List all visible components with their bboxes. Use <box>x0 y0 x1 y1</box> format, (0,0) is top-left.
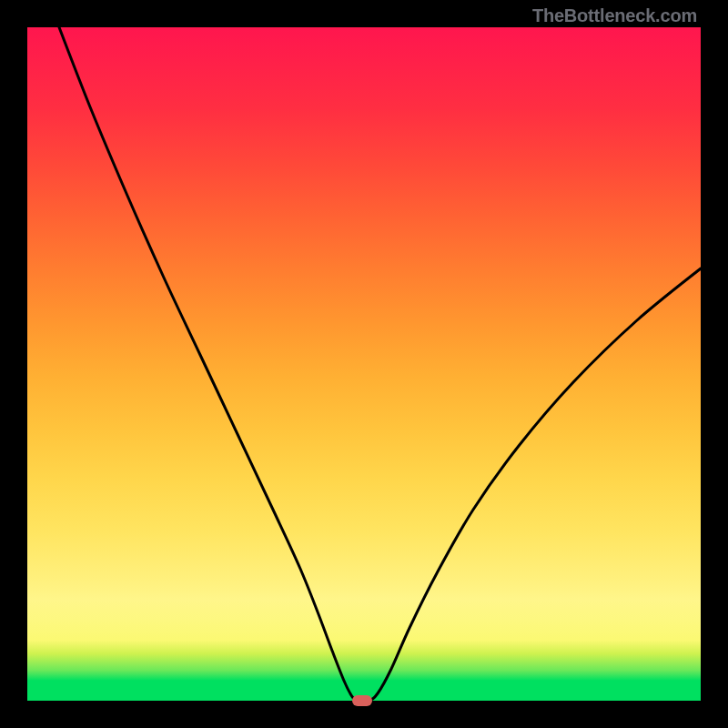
chart-container: TheBottleneck.com <box>0 0 728 728</box>
bottleneck-curve <box>27 27 701 701</box>
minimum-marker <box>352 695 372 706</box>
watermark-text: TheBottleneck.com <box>532 5 697 26</box>
